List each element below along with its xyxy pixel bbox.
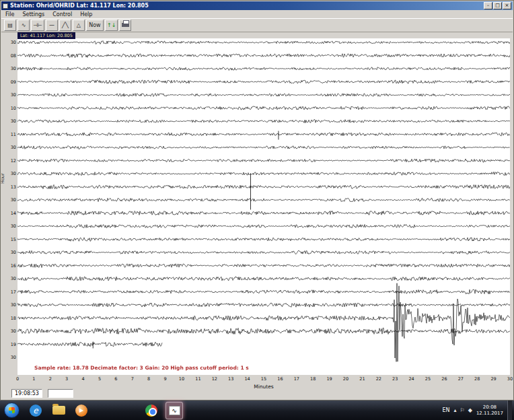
minute-tick-15: 15 xyxy=(261,376,266,382)
hour-label-15:00: 15 xyxy=(2,237,16,242)
minute-tick-4: 4 xyxy=(82,376,85,382)
minute-tick-2: 2 xyxy=(49,376,52,382)
tray-clock[interactable]: 20:08 12.11.2017 xyxy=(476,405,503,417)
minute-tick-24: 24 xyxy=(408,376,414,382)
language-indicator[interactable]: EN xyxy=(443,407,450,413)
x-axis-label: Minutes xyxy=(17,384,510,390)
internet-explorer-button[interactable]: e xyxy=(27,402,44,419)
menu-settings[interactable]: Settings xyxy=(18,11,48,18)
waveform-scale-button[interactable]: ∿ xyxy=(17,20,30,31)
chrome-button[interactable] xyxy=(143,402,160,419)
menu-control[interactable]: Control xyxy=(48,11,76,18)
hour-label-19:30: 30 xyxy=(2,355,16,360)
hour-label-14:00: 14 xyxy=(2,211,16,216)
minute-tick-16: 16 xyxy=(277,376,283,382)
close-button[interactable]: × xyxy=(503,2,511,9)
folder-button[interactable] xyxy=(50,402,67,419)
taskbar-spacer xyxy=(93,410,140,411)
hour-label-18:30: 30 xyxy=(2,328,16,334)
tray-date: 12.11.2017 xyxy=(476,411,503,416)
minimize-button[interactable]: – xyxy=(484,2,492,9)
scroll-up-down-button[interactable]: ↑↓ xyxy=(105,20,118,31)
minute-tick-30: 30 xyxy=(507,376,513,382)
minute-tick-29: 29 xyxy=(490,376,496,382)
amplitude-up-button[interactable]: ╱╲ xyxy=(59,20,71,31)
station-coordinates-label: Lat: 41.117 Lon: 20.805 xyxy=(17,32,75,39)
minute-tick-23: 23 xyxy=(392,376,398,382)
y-axis-label: Hour xyxy=(0,173,5,184)
minute-tick-11: 11 xyxy=(195,376,200,382)
minute-tick-5: 5 xyxy=(98,376,101,382)
maximize-button[interactable]: □ xyxy=(493,2,502,9)
hour-label-10:00: 10 xyxy=(2,106,16,111)
minute-tick-12: 12 xyxy=(212,376,217,382)
caption-buttons: –□× xyxy=(484,2,511,9)
folder-icon xyxy=(52,406,65,415)
minute-tick-14: 14 xyxy=(244,376,250,382)
network-icon[interactable]: ◆ xyxy=(468,407,472,413)
minute-tick-18: 18 xyxy=(310,376,316,382)
minute-tick-26: 26 xyxy=(441,376,447,382)
minute-tick-3: 3 xyxy=(65,376,68,382)
minute-tick-25: 25 xyxy=(425,376,431,382)
minute-tick-20: 20 xyxy=(343,376,348,382)
app-window-icon xyxy=(3,3,8,9)
app-window: Station: Ohrid/OHRID Lat: 41.117 Lon: 20… xyxy=(0,0,514,400)
minute-tick-13: 13 xyxy=(228,376,233,382)
taskbar: e▶∿ EN ▴⚐◆ 20:08 12.11.2017 xyxy=(0,400,514,420)
hour-label-09:30: 30 xyxy=(2,92,16,98)
window-title: Station: Ohrid/OHRID Lat: 41.117 Lon: 20… xyxy=(10,3,484,9)
minute-tick-7: 7 xyxy=(131,376,134,382)
hour-label-16:30: 30 xyxy=(2,276,16,281)
toolbar: ▤∿⊣⊢—╱╲△Now↑↓ xyxy=(1,18,513,32)
current-time-display: 19:08:53 xyxy=(11,389,42,398)
filter-button[interactable]: △ xyxy=(73,20,85,31)
tray-icons: ▴⚐◆ xyxy=(454,407,472,413)
hour-label-08:00: 08 xyxy=(2,53,16,59)
hour-label-13:00: 13 xyxy=(2,184,16,190)
hour-label-15:30: 30 xyxy=(2,250,16,255)
printer-icon xyxy=(122,23,129,27)
hour-label-19:00: 19 xyxy=(2,342,16,347)
minute-tick-8: 8 xyxy=(147,376,150,382)
minute-tick-28: 28 xyxy=(474,376,480,382)
seismograph-app-button[interactable]: ∿ xyxy=(166,402,183,419)
trace-compress-button[interactable]: ⊣⊢ xyxy=(31,20,44,31)
show-desktop-button[interactable] xyxy=(507,400,512,420)
minute-tick-6: 6 xyxy=(114,376,117,382)
minute-tick-27: 27 xyxy=(458,376,464,382)
system-tray: EN ▴⚐◆ 20:08 12.11.2017 xyxy=(443,400,514,420)
minute-tick-22: 22 xyxy=(376,376,381,382)
internet-explorer-icon: e xyxy=(30,405,42,417)
minute-tick-10: 10 xyxy=(179,376,184,382)
title-bar[interactable]: Station: Ohrid/OHRID Lat: 41.117 Lon: 20… xyxy=(1,1,513,10)
seismograph-app-icon: ∿ xyxy=(169,406,180,415)
hour-label-16:00: 16 xyxy=(2,263,16,269)
action-center-flag-icon[interactable]: ⚐ xyxy=(460,407,465,413)
status-indicator-box xyxy=(48,389,73,398)
minute-tick-9: 9 xyxy=(164,376,167,382)
hour-label-09:00: 09 xyxy=(2,79,16,85)
acquisition-info-line: Sample rate: 18.78 Decimate factor: 3 Ga… xyxy=(34,365,249,371)
hidden-icons-chevron[interactable]: ▴ xyxy=(454,407,457,413)
hour-label-14:30: 30 xyxy=(2,223,16,229)
menu-bar: FileSettingsControlHelp xyxy=(1,10,513,18)
hour-label-12:00: 12 xyxy=(2,158,16,164)
menu-help[interactable]: Help xyxy=(76,11,96,18)
tray-time: 20:08 xyxy=(483,405,497,410)
media-player-icon: ▶ xyxy=(75,405,87,417)
hour-label-17:30: 30 xyxy=(2,302,16,308)
page-button[interactable]: ▤ xyxy=(4,20,16,31)
taskbar-icons: e▶∿ xyxy=(24,402,186,419)
hour-label-11:30: 30 xyxy=(2,145,16,150)
start-button[interactable] xyxy=(4,403,20,418)
media-player-button[interactable]: ▶ xyxy=(73,402,90,419)
now-button[interactable]: Now xyxy=(86,20,104,31)
helicorder-canvas xyxy=(17,38,510,375)
print-button[interactable] xyxy=(119,20,131,31)
chrome-icon xyxy=(145,405,157,417)
menu-file[interactable]: File xyxy=(1,11,18,18)
hour-label-10:30: 30 xyxy=(2,118,16,124)
trace-line-button[interactable]: — xyxy=(46,20,58,31)
hour-label-18:00: 18 xyxy=(2,316,16,321)
